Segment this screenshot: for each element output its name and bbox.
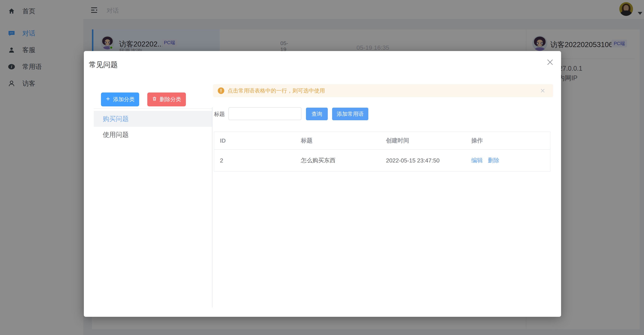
table-header-row: ID 标题 创建时间 操作 <box>214 132 550 150</box>
cell-id: 2 <box>220 150 223 171</box>
app-root: 首页 对话 客服 i 常用语 访客 对话 <box>0 0 644 335</box>
category-label: 购买问题 <box>103 114 129 123</box>
category-item-buy[interactable]: 购买问题 <box>94 111 212 127</box>
trash-icon <box>152 96 157 102</box>
cell-created: 2022-05-15 23:47:50 <box>386 150 440 171</box>
modal-close-icon[interactable] <box>546 58 554 66</box>
cell-actions: 编辑 删除 <box>471 150 500 171</box>
delete-category-label: 删除分类 <box>160 96 181 103</box>
info-alert: ! 点击常用语表格中的一行，则可选中使用 <box>213 84 553 97</box>
alert-close-icon[interactable] <box>540 88 546 94</box>
exclamation-circle-icon: ! <box>218 88 224 94</box>
table-row[interactable]: 2 怎么购买东西 2022-05-15 23:47:50 编辑 删除 <box>214 150 550 171</box>
category-label: 使用问题 <box>103 130 129 139</box>
add-phrase-button[interactable]: 添加常用语 <box>332 108 368 120</box>
title-field-label: 标题 <box>214 110 225 118</box>
delete-category-button[interactable]: 删除分类 <box>147 92 186 106</box>
header-id: ID <box>220 132 226 149</box>
header-actions: 操作 <box>471 132 483 149</box>
plus-icon <box>106 96 110 102</box>
header-created: 创建时间 <box>386 132 409 149</box>
edit-link[interactable]: 编辑 <box>471 156 483 164</box>
add-category-button[interactable]: 添加分类 <box>101 92 139 106</box>
header-title: 标题 <box>301 132 312 149</box>
title-search-input[interactable] <box>228 107 302 120</box>
category-list: 购买问题 使用问题 <box>94 108 212 142</box>
cell-title: 怎么购买东西 <box>301 150 336 171</box>
modal-title: 常见问题 <box>89 60 118 70</box>
alert-text: 点击常用语表格中的一行，则可选中使用 <box>228 87 325 94</box>
category-item-usage[interactable]: 使用问题 <box>94 127 212 142</box>
search-button[interactable]: 查询 <box>306 108 328 120</box>
faq-modal: 常见问题 添加分类 删除分类 购买问题 使用问题 ! <box>84 51 561 317</box>
modal-vertical-divider <box>212 107 212 308</box>
delete-link[interactable]: 删除 <box>488 156 500 164</box>
phrases-table: ID 标题 创建时间 操作 2 怎么购买东西 2022-05-15 23:47:… <box>214 132 550 172</box>
add-category-label: 添加分类 <box>113 96 135 103</box>
